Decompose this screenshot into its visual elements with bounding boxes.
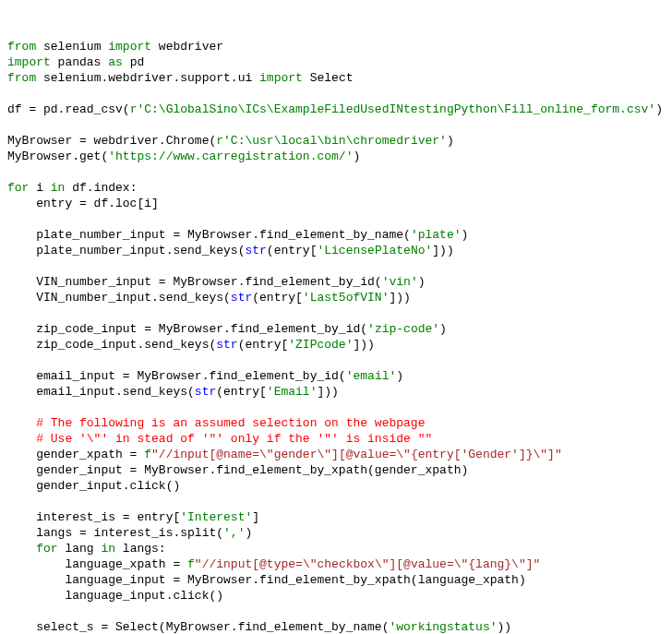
code-token: )	[655, 102, 663, 116]
code-token: i	[29, 181, 50, 195]
code-token: 'workingstatus'	[389, 620, 497, 634]
code-line: df = pd.read_csv(r'C:\GlobalSino\ICs\Exa…	[7, 102, 665, 117]
code-token: "//input[@name=\"gender\"][@value=\"{ent…	[151, 448, 562, 461]
code-token: (entry[	[216, 385, 267, 399]
code-token: ))	[498, 620, 512, 634]
code-token: langs = interest_is.split(	[7, 526, 223, 540]
code-token: import	[259, 71, 303, 85]
code-token: )	[418, 275, 426, 289]
code-line: gender_input = MyBrowser.find_element_by…	[7, 462, 665, 478]
code-token: email_input.send_keys(	[7, 385, 195, 399]
code-token: MyBrowser = webdriver.Chrome(	[7, 134, 216, 148]
code-token: 'email'	[346, 369, 397, 383]
code-token: selenium.webdriver.support.ui	[36, 71, 259, 85]
code-token: 'https://www.carregistration.com/'	[108, 150, 353, 163]
code-line	[7, 164, 665, 180]
code-token: 'vin'	[382, 275, 418, 289]
code-token: str	[216, 338, 237, 352]
code-line	[7, 86, 665, 102]
code-token: ]))	[432, 244, 453, 257]
code-token: ]))	[389, 291, 410, 305]
code-token: VIN_number_input.send_keys(	[7, 291, 231, 305]
code-token: in	[101, 542, 115, 556]
code-token: email_input = MyBrowser.find_element_by_…	[7, 369, 346, 383]
code-token: str	[195, 385, 216, 399]
code-token: Select	[303, 71, 354, 85]
code-token: df = pd.read_csv(	[7, 102, 130, 116]
code-token: 'LicensePlateNo'	[317, 244, 432, 257]
code-line: langs = interest_is.split(',')	[7, 525, 665, 541]
code-line: from selenium import webdriver	[7, 39, 665, 54]
code-line: plate_number_input = MyBrowser.find_elem…	[7, 227, 665, 243]
code-token: entry = df.loc[i]	[7, 197, 159, 210]
code-token: select_s = Select(MyBrowser.find_element…	[7, 620, 389, 634]
code-token: "//input[@type=\"checkbox\"][@value=\"{l…	[195, 557, 540, 571]
code-token: f	[144, 448, 151, 461]
code-token: in	[51, 181, 66, 195]
code-line	[7, 305, 665, 321]
code-token: )	[396, 369, 403, 383]
code-token: (entry[	[238, 338, 289, 352]
code-token: import	[7, 55, 51, 69]
code-token: (entry[	[252, 291, 303, 305]
code-token: 'Last5ofVIN'	[303, 291, 390, 305]
code-line: interest_is = entry['Interest']	[7, 509, 665, 525]
code-token: lang	[58, 542, 102, 556]
code-token: df.index:	[65, 181, 137, 195]
code-token: 'zip-code'	[367, 322, 439, 336]
code-line: entry = df.loc[i]	[7, 196, 665, 211]
code-token: ','	[223, 526, 245, 540]
code-token: r'C:\GlobalSino\ICs\ExampleFiledUsedINte…	[130, 102, 656, 116]
code-token: 'Interest'	[180, 510, 252, 524]
code-token: gender_input.click()	[7, 479, 180, 493]
code-token: import	[108, 40, 151, 54]
code-token: zip_code_input = MyBrowser.find_element_…	[7, 322, 367, 336]
code-line: gender_input.click()	[7, 478, 665, 494]
code-token: pandas	[51, 55, 108, 69]
code-token: for	[36, 542, 57, 556]
code-token: f	[187, 557, 195, 571]
code-line: MyBrowser = webdriver.Chrome(r'C:\usr\lo…	[7, 133, 665, 149]
code-token: )	[447, 134, 454, 148]
code-line	[7, 494, 665, 509]
code-line	[7, 604, 665, 619]
code-token: MyBrowser.get(	[7, 150, 108, 163]
code-line: zip_code_input.send_keys(str(entry['ZIPc…	[7, 337, 665, 353]
code-line: VIN_number_input = MyBrowser.find_elemen…	[7, 274, 665, 290]
code-line: language_xpath = f"//input[@type=\"check…	[7, 556, 665, 572]
code-line: language_input.click()	[7, 588, 665, 604]
code-token: as	[108, 55, 123, 69]
code-token: )	[353, 150, 360, 163]
code-line	[7, 353, 665, 368]
code-line: language_input = MyBrowser.find_element_…	[7, 572, 665, 588]
code-line: select_s = Select(MyBrowser.find_element…	[7, 619, 665, 634]
code-token: plate_number_input.send_keys(	[7, 244, 245, 257]
code-token: gender_input = MyBrowser.find_element_by…	[7, 463, 468, 477]
code-token: langs:	[115, 542, 166, 556]
code-line: VIN_number_input.send_keys(str(entry['La…	[7, 290, 665, 305]
code-line	[7, 117, 665, 133]
code-token: ]))	[353, 338, 374, 352]
code-line: import pandas as pd	[7, 54, 665, 70]
code-token: for	[7, 181, 29, 195]
code-token: str	[245, 244, 266, 257]
code-line: MyBrowser.get('https://www.carregistrati…	[7, 149, 665, 164]
code-token: r'C:\usr\local\bin\chromedriver'	[216, 134, 447, 148]
code-line: gender_xpath = f"//input[@name=\"gender\…	[7, 447, 665, 462]
code-token: # The following is an assumed selection …	[7, 416, 425, 430]
code-token: # Use '\"' in stead of '"' only if the '…	[7, 432, 432, 446]
code-token: ]))	[317, 385, 338, 399]
code-line: # The following is an assumed selection …	[7, 415, 665, 431]
code-token: gender_xpath =	[7, 448, 144, 461]
code-token: (entry[	[267, 244, 318, 257]
code-token: zip_code_input.send_keys(	[7, 338, 216, 352]
code-token: )	[461, 228, 468, 242]
code-line: email_input = MyBrowser.find_element_by_…	[7, 368, 665, 384]
code-line: for i in df.index:	[7, 180, 665, 196]
code-token: )	[245, 526, 252, 540]
code-token: webdriver	[151, 40, 223, 54]
code-line: plate_number_input.send_keys(str(entry['…	[7, 243, 665, 258]
code-line	[7, 400, 665, 415]
code-line: email_input.send_keys(str(entry['Email']…	[7, 384, 665, 400]
code-token: plate_number_input = MyBrowser.find_elem…	[7, 228, 411, 242]
